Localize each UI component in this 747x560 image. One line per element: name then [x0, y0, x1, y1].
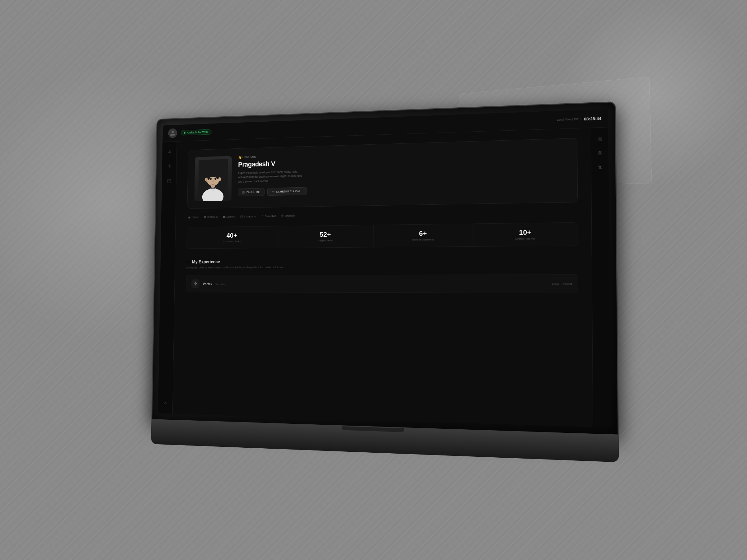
stat-label-awards: Awards Received — [515, 237, 536, 240]
stat-label-tasks: Completed Tasks — [223, 240, 240, 243]
social-link-instagram[interactable]: Instagram — [240, 215, 256, 218]
time-display: 08:28:44 — [584, 116, 601, 121]
social-twitter-label: twitter — [192, 216, 199, 219]
top-bar-left: Available For Work — [168, 127, 211, 138]
hero-bio: Experienced web developer from Tamil Nad… — [238, 169, 302, 184]
schedule-button-label: SCHEDULE A CALL — [276, 190, 303, 193]
stat-label-experience: Years of Experience — [412, 238, 434, 241]
sidebar-icon-lightning[interactable] — [166, 163, 173, 170]
laptop-device: Available For Work Local Time ( IST ) 08… — [151, 101, 619, 462]
social-dribbble-label: dribbble — [285, 214, 295, 217]
exp-date: 2023 - Present — [552, 282, 572, 285]
stat-completed-tasks: 40+ Completed Tasks — [187, 226, 278, 248]
laptop-screen: Available For Work Local Time ( IST ) 08… — [158, 109, 611, 428]
svg-rect-22 — [598, 137, 602, 141]
social-link-discord[interactable]: Discord — [223, 215, 235, 218]
experience-title: My Experience — [192, 260, 220, 264]
top-bar-right: Local Time ( IST ) 08:28:44 — [557, 116, 601, 122]
stat-happy-clients: 52+ Happy Clients — [278, 225, 373, 248]
email-button[interactable]: EMAIL ME — [238, 188, 264, 196]
stat-number-experience: 6+ — [419, 230, 427, 237]
stat-number-clients: 52+ — [320, 231, 331, 238]
social-instagram-label: Instagram — [244, 215, 256, 218]
available-dot — [184, 132, 185, 133]
social-snapchat-label: Snapchat — [265, 215, 276, 218]
exp-company-type: Tech Firm — [215, 283, 226, 286]
hero-actions: EMAIL ME SCHEDULE A CALL — [238, 182, 569, 196]
svg-point-0 — [169, 150, 170, 152]
sidebar-arrow-up[interactable] — [162, 399, 169, 406]
content-area[interactable]: 👋 Hello I Am Pragadesh V Experienced web… — [173, 128, 593, 427]
hero-card: 👋 Hello I Am Pragadesh V Experienced web… — [187, 138, 578, 209]
experience-section-header: 🗂 My Experience — [186, 258, 578, 264]
experience-subtitle: Navigating diverse environments with ada… — [186, 265, 578, 269]
laptop-screen-frame: Available For Work Local Time ( IST ) 08… — [151, 101, 618, 435]
social-discord-label: Discord — [226, 215, 235, 218]
email-button-label: EMAIL ME — [247, 190, 260, 194]
right-sidebar — [591, 127, 611, 427]
available-label: Available For Work — [187, 130, 208, 134]
right-sidebar-x-icon[interactable] — [596, 164, 603, 171]
social-links-row: twitter Pinterest Discord — [187, 210, 578, 219]
right-sidebar-instagram-icon[interactable] — [596, 135, 603, 142]
stat-years-experience: 6+ Years of Experience — [374, 224, 473, 247]
social-link-pinterest[interactable]: Pinterest — [204, 216, 217, 219]
avatar[interactable] — [168, 129, 177, 138]
app-container: Available For Work Local Time ( IST ) 08… — [158, 109, 611, 428]
social-pinterest-label: Pinterest — [207, 216, 217, 219]
sidebar-icon-mail[interactable] — [166, 178, 172, 185]
stats-row: 40+ Completed Tasks 52+ Happy Clients 6+… — [186, 222, 578, 248]
stat-number-tasks: 40+ — [226, 232, 237, 239]
hero-content: 👋 Hello I Am Pragadesh V Experienced web… — [238, 146, 569, 196]
stat-label-clients: Happy Clients — [318, 239, 333, 242]
sidebar-icon-person[interactable] — [166, 149, 173, 155]
available-badge: Available For Work — [181, 129, 211, 135]
local-time-label: Local Time ( IST ) — [557, 117, 581, 121]
main-layout: 👋 Hello I Am Pragadesh V Experienced web… — [158, 127, 611, 427]
svg-rect-19 — [240, 215, 243, 217]
experience-item-vortex: Vortex Tech Firm 2023 - Present — [186, 274, 578, 293]
profile-photo — [194, 156, 232, 201]
social-link-snapchat[interactable]: Snapchat — [261, 215, 276, 218]
experience-icon: 🗂 — [186, 260, 190, 264]
greeting-text: 👋 Hello I Am — [238, 155, 256, 159]
exp-logo-vortex — [191, 279, 200, 288]
schedule-button[interactable]: SCHEDULE A CALL — [267, 187, 307, 196]
stat-number-awards: 10+ — [519, 229, 531, 236]
social-link-twitter[interactable]: twitter — [188, 216, 199, 219]
stat-awards: 10+ Awards Received — [474, 223, 578, 246]
exp-company-info: Vortex Tech Firm — [203, 281, 225, 286]
exp-company-name: Vortex — [203, 282, 212, 286]
svg-rect-15 — [272, 191, 274, 193]
right-sidebar-dribbble-icon[interactable] — [596, 149, 603, 157]
social-link-dribbble[interactable]: dribbble — [281, 214, 295, 217]
exp-left: Vortex Tech Firm — [191, 279, 226, 288]
